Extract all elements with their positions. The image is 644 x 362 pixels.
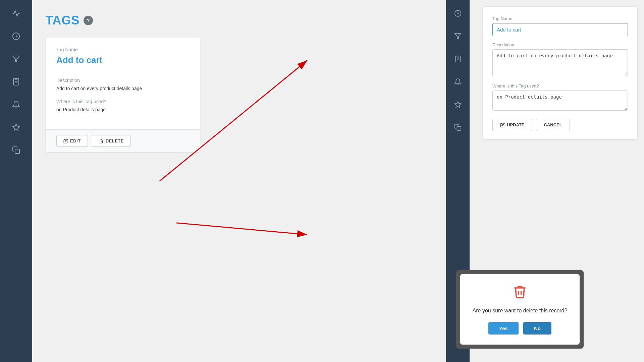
sidebar xyxy=(0,0,32,362)
form-tag-name-group: Tag Name xyxy=(492,16,628,36)
where-used-textarea[interactable]: on Product details page xyxy=(492,90,628,111)
copy3-icon[interactable] xyxy=(451,121,465,134)
cancel-button[interactable]: CANCEL xyxy=(536,119,570,131)
main-content: TAGS ? Tag Name Add to cart Description … xyxy=(32,0,446,362)
trash-icon xyxy=(99,139,104,143)
svg-marker-3 xyxy=(13,124,19,130)
alarm2-icon[interactable] xyxy=(451,7,465,20)
copy-icon[interactable] xyxy=(9,143,23,157)
svg-rect-12 xyxy=(457,126,461,130)
clipboard-icon[interactable] xyxy=(9,75,23,88)
chart-icon[interactable] xyxy=(9,7,23,20)
task2-icon[interactable] xyxy=(451,52,465,66)
page-title: TAGS xyxy=(46,13,79,27)
form-where-used-group: Where is this Tag used? on Product detai… xyxy=(492,83,628,112)
star-icon[interactable] xyxy=(9,121,23,134)
no-button[interactable]: No xyxy=(523,322,551,335)
dialog-actions: Yes No xyxy=(468,322,572,335)
tag-name-value: Add to cart xyxy=(56,55,189,65)
edit-panel: Tag Name Description Add to cart on ever… xyxy=(483,7,637,139)
edit-icon xyxy=(63,139,68,143)
yes-button[interactable]: Yes xyxy=(488,322,519,335)
tag-card-footer: EDIT DELETE xyxy=(46,129,200,152)
form-description-group: Description Add to cart on every product… xyxy=(492,42,628,77)
bell2-icon[interactable] xyxy=(451,75,465,88)
edit-button[interactable]: EDIT xyxy=(56,135,88,147)
delete-dialog-overlay: Are you sure want to delete this record?… xyxy=(456,270,584,349)
dialog-message: Are you sure want to delete this record? xyxy=(468,307,572,315)
form-where-used-label: Where is this Tag used? xyxy=(492,83,628,88)
form-description-label: Description xyxy=(492,42,628,47)
delete-dialog: Are you sure want to delete this record?… xyxy=(460,274,580,345)
tag-name-label: Tag Name xyxy=(56,47,189,52)
svg-rect-4 xyxy=(15,149,19,154)
svg-line-7 xyxy=(176,223,307,235)
svg-rect-2 xyxy=(15,78,17,80)
description-value: Add to cart on every product details pag… xyxy=(56,85,189,92)
description-label: Description xyxy=(56,78,189,83)
update-button[interactable]: UPDATE xyxy=(492,119,532,131)
right-area: Tag Name Description Add to cart on ever… xyxy=(470,0,644,362)
tag-card-body: Tag Name Add to cart Description Add to … xyxy=(46,38,200,129)
dialog-trash-icon xyxy=(468,284,572,302)
clock-icon[interactable] xyxy=(9,29,23,43)
svg-marker-1 xyxy=(13,56,19,62)
svg-marker-11 xyxy=(455,102,461,107)
bell-icon[interactable] xyxy=(9,98,23,111)
svg-marker-9 xyxy=(455,34,461,39)
form-tag-name-label: Tag Name xyxy=(492,16,628,21)
page-header: TAGS ? xyxy=(46,13,433,27)
svg-rect-10 xyxy=(457,56,459,57)
delete-button[interactable]: DELETE xyxy=(92,135,131,147)
edit-panel-footer: UPDATE CANCEL xyxy=(492,119,628,131)
filter-icon[interactable] xyxy=(9,52,23,66)
where-used-value: on Product details page xyxy=(56,106,189,113)
star2-icon[interactable] xyxy=(451,98,465,111)
where-used-label: Where is this Tag used? xyxy=(56,99,189,104)
pencil-icon xyxy=(500,123,505,127)
help-icon[interactable]: ? xyxy=(84,16,93,25)
tag-card: Tag Name Add to cart Description Add to … xyxy=(46,38,200,152)
tag-name-input[interactable] xyxy=(492,23,628,36)
description-textarea[interactable]: Add to cart on every product details pag… xyxy=(492,49,628,76)
filter2-icon[interactable] xyxy=(451,29,465,43)
card-divider xyxy=(56,71,189,71)
